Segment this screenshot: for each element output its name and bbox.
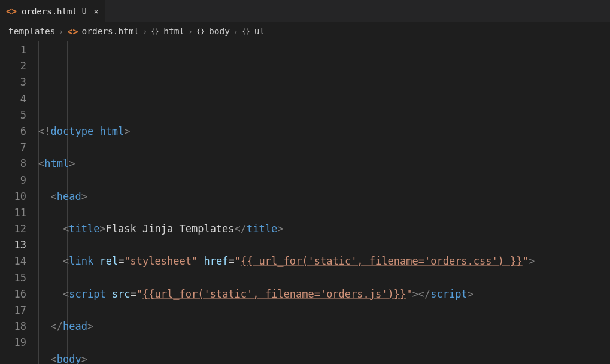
line-number: 1 bbox=[0, 42, 26, 58]
code-area[interactable]: <!doctype html> <html> <head> <title>Fla… bbox=[38, 41, 610, 364]
line-number: 13 bbox=[0, 237, 26, 253]
symbol-icon bbox=[151, 28, 159, 36]
code-line[interactable]: <body> bbox=[38, 351, 610, 364]
code-icon: <> bbox=[6, 4, 17, 19]
code-line[interactable]: <!doctype html> bbox=[38, 123, 610, 139]
line-number: 9 bbox=[0, 172, 26, 189]
line-number: 5 bbox=[0, 107, 26, 123]
line-number: 2 bbox=[0, 58, 26, 74]
code-icon: <> bbox=[67, 25, 78, 39]
close-icon[interactable]: × bbox=[94, 5, 99, 18]
line-number: 3 bbox=[0, 74, 26, 90]
symbol-icon bbox=[196, 28, 205, 36]
chevron-right-icon: › bbox=[143, 26, 148, 38]
line-number: 7 bbox=[0, 139, 26, 156]
breadcrumb-item[interactable]: ul bbox=[254, 25, 265, 38]
breadcrumb-item[interactable]: body bbox=[209, 25, 230, 38]
breadcrumb[interactable]: templates › <> orders.html › html › body… bbox=[0, 23, 610, 41]
breadcrumb-item[interactable]: templates bbox=[8, 25, 56, 38]
breadcrumb-item[interactable]: orders.html bbox=[81, 25, 139, 38]
line-number: 12 bbox=[0, 221, 26, 237]
line-number: 18 bbox=[0, 318, 26, 335]
chevron-right-icon: › bbox=[188, 26, 193, 38]
tab-modified-indicator: U bbox=[82, 5, 87, 18]
line-number: 6 bbox=[0, 123, 26, 139]
chevron-right-icon: › bbox=[59, 26, 64, 38]
line-number: 4 bbox=[0, 91, 26, 107]
tab-filename: orders.html bbox=[22, 5, 77, 18]
line-number: 15 bbox=[0, 270, 26, 286]
chevron-right-icon: › bbox=[233, 26, 238, 38]
code-line[interactable]: <title>Flask Jinja Templates</title> bbox=[38, 221, 610, 237]
symbol-icon bbox=[242, 28, 250, 36]
tab-bar: <> orders.html U × bbox=[0, 0, 610, 23]
editor[interactable]: 12345678910111213141516171819 <!doctype … bbox=[0, 41, 610, 364]
code-line[interactable]: <html> bbox=[38, 156, 610, 172]
line-number: 10 bbox=[0, 189, 26, 205]
line-number: 17 bbox=[0, 302, 26, 318]
code-line[interactable]: <head> bbox=[38, 189, 610, 205]
breadcrumb-item[interactable]: html bbox=[163, 25, 184, 38]
line-number: 8 bbox=[0, 156, 26, 172]
code-line[interactable]: <link rel="stylesheet" href="{{ url_for(… bbox=[38, 253, 610, 269]
line-number-gutter: 12345678910111213141516171819 bbox=[0, 41, 38, 364]
code-line[interactable]: </head> bbox=[38, 318, 610, 335]
code-line[interactable]: <script src="{{url_for('static', filenam… bbox=[38, 286, 610, 302]
line-number: 16 bbox=[0, 286, 26, 302]
line-number: 19 bbox=[0, 335, 26, 351]
line-number: 11 bbox=[0, 205, 26, 221]
line-number: 14 bbox=[0, 253, 26, 269]
tab-orders-html[interactable]: <> orders.html U × bbox=[0, 0, 105, 22]
